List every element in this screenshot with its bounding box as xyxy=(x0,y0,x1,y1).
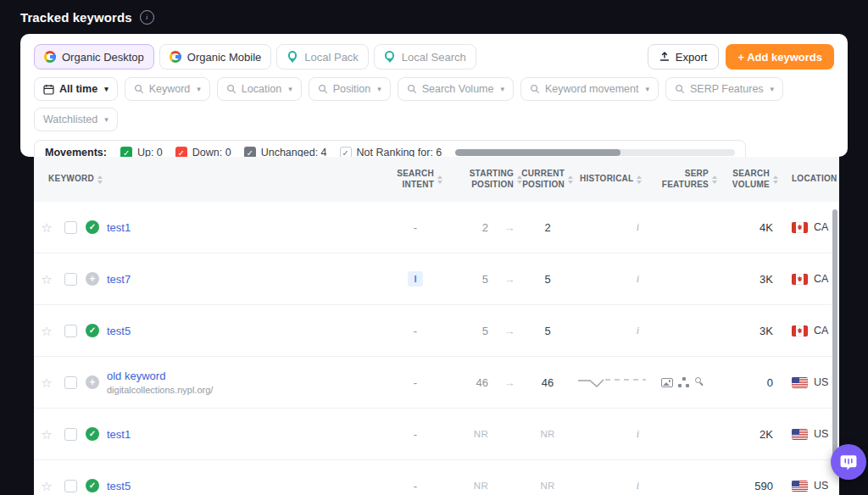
export-button[interactable]: Export xyxy=(648,44,720,70)
search-icon xyxy=(318,84,328,94)
col-historical[interactable]: HISTORICAL xyxy=(573,174,649,185)
search-intent-cell: I xyxy=(388,271,442,286)
scrollbar-thumb[interactable] xyxy=(832,209,837,468)
location-cell: US xyxy=(780,428,839,440)
historical-placeholder-icon: i xyxy=(637,325,639,337)
star-icon[interactable]: ☆ xyxy=(34,221,59,234)
tab-label: Local Pack xyxy=(304,51,359,64)
map-pin-icon xyxy=(384,51,396,63)
filter-label: Keyword movement xyxy=(545,83,638,95)
chat-launcher[interactable] xyxy=(831,444,866,480)
col-search-intent[interactable]: SEARCH INTENT xyxy=(388,169,442,190)
sort-icon xyxy=(637,175,642,184)
historical-cell[interactable] xyxy=(573,375,649,390)
filter-keyword-movement[interactable]: Keyword movement ▾ xyxy=(520,77,659,101)
report-type-tab[interactable]: Local Pack xyxy=(276,44,369,70)
star-icon[interactable]: ☆ xyxy=(34,480,59,492)
historical-cell[interactable]: i xyxy=(573,428,649,441)
col-serp-features[interactable]: SERP FEATURES xyxy=(649,169,717,190)
table-body: ☆ test1 - 2 → 2 i 4K CA ☆ test7 I 5 → 5 xyxy=(34,202,839,495)
row-checkbox[interactable] xyxy=(64,325,77,337)
keyword-status-icon xyxy=(86,479,99,492)
filter-position[interactable]: Position ▾ xyxy=(309,77,391,101)
historical-cell[interactable]: i xyxy=(573,221,649,234)
historical-cell[interactable]: i xyxy=(573,325,649,337)
keyword-link[interactable]: test1 xyxy=(107,428,131,441)
historical-sparkline xyxy=(576,375,648,390)
table-row: ☆ test5 - NR NR i 590 US xyxy=(34,460,839,495)
search-icon xyxy=(407,84,417,94)
country-code: US xyxy=(814,480,828,492)
current-position-cell: 5 xyxy=(522,325,573,337)
search-icon xyxy=(675,84,685,94)
position-arrow-icon: → xyxy=(497,221,522,234)
star-icon[interactable]: ☆ xyxy=(34,325,59,337)
position-arrow-icon: → xyxy=(497,325,522,337)
col-keyword[interactable]: KEYWORD xyxy=(34,174,388,185)
search-volume-cell: 2K xyxy=(717,428,780,441)
filter-serp-features[interactable]: SERP Features ▾ xyxy=(665,77,783,101)
keyword-link[interactable]: test5 xyxy=(107,480,131,492)
star-icon[interactable]: ☆ xyxy=(34,273,59,286)
starting-position-cell: 2 xyxy=(442,221,497,234)
keyword-url: digitalcollections.nypl.org/ xyxy=(107,385,388,395)
intent-badge: - xyxy=(414,325,417,337)
keyword-link[interactable]: test7 xyxy=(107,273,131,286)
keyword-cell: test1 xyxy=(103,221,388,234)
historical-placeholder-icon: i xyxy=(637,480,639,492)
historical-cell[interactable]: i xyxy=(573,273,649,286)
search-icon xyxy=(530,84,540,94)
row-checkbox[interactable] xyxy=(64,273,77,286)
keyword-link[interactable]: old keyword xyxy=(107,370,165,382)
filter-search-volume[interactable]: Search Volume ▾ xyxy=(398,77,514,101)
filter-dropdowns: Keyword ▾ Location ▾ Position ▾ Search V… xyxy=(125,77,783,101)
country-flag-icon xyxy=(792,274,808,285)
starting-position-cell: 5 xyxy=(442,325,497,337)
col-location[interactable]: LOCATION xyxy=(780,174,839,185)
keyword-link[interactable]: test1 xyxy=(107,221,131,234)
report-type-tab[interactable]: Organic Mobile xyxy=(159,44,271,70)
intent-badge: - xyxy=(414,221,417,234)
chat-icon xyxy=(839,453,858,471)
search-intent-cell: - xyxy=(388,428,442,441)
current-position-cell: 46 xyxy=(522,376,573,389)
col-search-volume[interactable]: SEARCH VOLUME xyxy=(717,169,780,190)
star-icon[interactable]: ☆ xyxy=(34,376,59,389)
report-type-tab[interactable]: Local Search xyxy=(374,44,476,70)
intent-badge: - xyxy=(414,480,417,492)
chevron-down-icon: ▾ xyxy=(377,86,381,93)
filter-keyword[interactable]: Keyword ▾ xyxy=(125,77,210,101)
row-checkbox[interactable] xyxy=(64,480,77,492)
row-checkbox[interactable] xyxy=(64,221,77,234)
watchlisted-filter[interactable]: Watchlisted ▾ xyxy=(34,108,118,131)
add-keywords-button[interactable]: + Add keywords xyxy=(726,44,834,70)
date-range-button[interactable]: All time ▾ xyxy=(34,77,118,101)
search-intent-cell: - xyxy=(388,325,442,337)
movements-progress xyxy=(455,149,735,156)
intent-badge: - xyxy=(414,376,417,389)
filter-label: Location xyxy=(242,83,281,95)
sitelinks-icon xyxy=(678,377,689,387)
filter-location[interactable]: Location ▾ xyxy=(217,77,302,101)
historical-cell[interactable]: i xyxy=(573,480,649,492)
info-icon[interactable]: i xyxy=(140,10,154,25)
col-current-position[interactable]: CURRENT POSITION xyxy=(522,169,573,190)
keyword-link[interactable]: test5 xyxy=(107,325,131,337)
table-row: ☆ test1 - 2 → 2 i 4K CA xyxy=(34,202,839,253)
image-icon xyxy=(661,378,673,387)
col-starting-position[interactable]: STARTING POSITION xyxy=(442,169,522,190)
search-icon xyxy=(226,84,236,94)
report-type-tab[interactable]: Organic Desktop xyxy=(34,44,154,70)
row-checkbox[interactable] xyxy=(64,376,77,389)
calendar-icon xyxy=(43,84,54,95)
status-cell xyxy=(81,272,103,286)
status-cell xyxy=(81,324,103,337)
search-intent-cell: - xyxy=(388,480,442,492)
status-cell xyxy=(81,375,103,389)
star-icon[interactable]: ☆ xyxy=(34,428,59,441)
country-code: US xyxy=(814,376,828,388)
search-volume-cell: 3K xyxy=(717,325,780,337)
row-checkbox[interactable] xyxy=(64,428,77,441)
chevron-down-icon: ▾ xyxy=(197,86,201,93)
chevron-down-icon: ▾ xyxy=(288,86,292,93)
